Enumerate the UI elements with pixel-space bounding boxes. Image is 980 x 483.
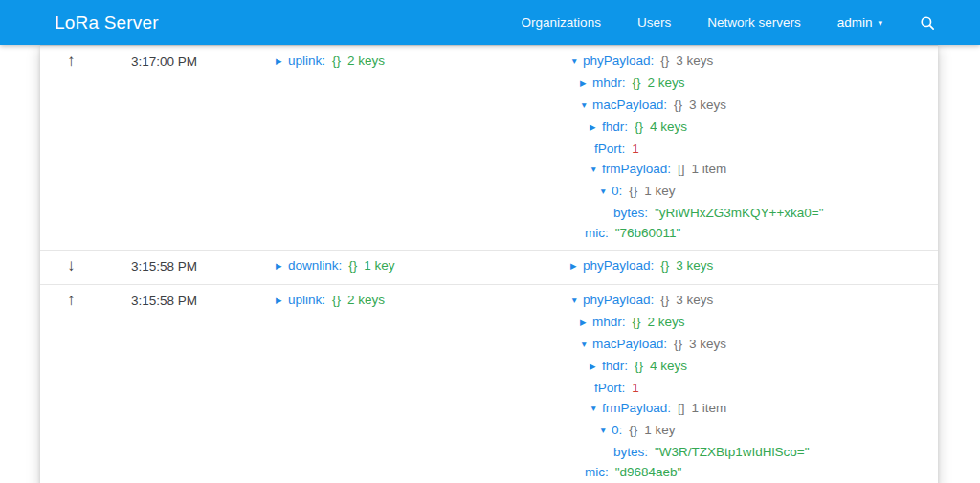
json-key[interactable]: fhdr: xyxy=(602,356,628,376)
json-item-count: 2 keys xyxy=(347,51,385,71)
expand-arrow-icon[interactable]: ▶ xyxy=(580,74,592,94)
json-key[interactable]: mhdr: xyxy=(592,312,626,332)
json-key[interactable]: bytes: xyxy=(613,442,648,462)
json-tree-line: ▼phyPayload:{}3 keys xyxy=(570,290,924,312)
json-key[interactable]: mic: xyxy=(585,223,609,243)
json-item-count: 2 keys xyxy=(648,312,685,332)
frame-payload-tree: ▼phyPayload:{}3 keys▶mhdr:{}2 keys▼macPa… xyxy=(570,51,924,243)
collapse-arrow-icon[interactable]: ▼ xyxy=(570,52,583,72)
json-brace: {} xyxy=(332,51,341,71)
json-key[interactable]: phyPayload: xyxy=(583,51,654,71)
json-key[interactable]: frmPayload: xyxy=(602,159,671,179)
json-key[interactable]: fPort: xyxy=(594,139,625,159)
user-menu-admin[interactable]: admin ▾ xyxy=(837,15,882,30)
frame-log-row: ↑ 3:15:58 PM ▶uplink:{}2 keys ▼phyPayloa… xyxy=(40,284,938,483)
json-key[interactable]: frmPayload: xyxy=(602,398,671,418)
json-tree-line: bytes:"W3R/TZXBtp1wIdHlSco=" xyxy=(570,442,924,462)
expand-arrow-icon[interactable]: ▶ xyxy=(590,118,602,138)
frame-log-row: ↑ 3:17:00 PM ▶uplink:{}2 keys ▼phyPayloa… xyxy=(40,46,938,250)
search-icon xyxy=(919,14,936,32)
json-tree-line: ▶mhdr:{}2 keys xyxy=(570,312,924,334)
live-frame-logs-card: ↑ 3:17:00 PM ▶uplink:{}2 keys ▼phyPayloa… xyxy=(40,45,938,483)
json-item-count: 3 keys xyxy=(676,290,713,310)
expand-arrow-icon[interactable]: ▶ xyxy=(276,256,288,276)
frame-log-row: ↓ 3:15:58 PM ▶downlink:{}1 key ▶phyPaylo… xyxy=(40,250,938,284)
json-tree-line: ▶mhdr:{}2 keys xyxy=(570,73,924,95)
json-key[interactable]: mhdr: xyxy=(592,73,626,93)
json-key[interactable]: macPayload: xyxy=(592,95,667,115)
expand-arrow-icon[interactable]: ▶ xyxy=(276,291,288,311)
collapse-arrow-icon[interactable]: ▼ xyxy=(599,421,612,441)
frame-summary-tree: ▶uplink:{}2 keys xyxy=(276,51,570,243)
expand-arrow-icon[interactable]: ▶ xyxy=(570,256,583,276)
app-title: LoRa Server xyxy=(55,12,159,33)
json-key[interactable]: uplink: xyxy=(288,290,325,310)
json-tree-line: ▶fhdr:{}4 keys xyxy=(570,117,924,139)
json-key[interactable]: phyPayload: xyxy=(583,255,654,275)
nav-organizations[interactable]: Organizations xyxy=(522,15,601,30)
json-tree-line: ▼frmPayload:[]1 item xyxy=(570,159,924,181)
json-item-count: 1 key xyxy=(644,420,675,440)
expand-arrow-icon[interactable]: ▶ xyxy=(276,52,288,72)
json-brace: {} xyxy=(629,181,637,201)
json-brace: [] xyxy=(678,159,685,179)
collapse-arrow-icon[interactable]: ▼ xyxy=(580,335,592,355)
frame-payload-tree: ▼phyPayload:{}3 keys▶mhdr:{}2 keys▼macPa… xyxy=(570,290,924,482)
top-nav: Organizations Users Network servers admi… xyxy=(522,14,936,32)
page-content: ↑ 3:17:00 PM ▶uplink:{}2 keys ▼phyPayloa… xyxy=(0,45,980,483)
search-button[interactable] xyxy=(919,14,936,32)
arrow-down-icon: ↓ xyxy=(67,256,76,274)
chevron-down-icon: ▾ xyxy=(878,19,882,28)
json-key[interactable]: phyPayload: xyxy=(583,290,654,310)
json-brace: {} xyxy=(635,356,643,376)
collapse-arrow-icon[interactable]: ▼ xyxy=(590,399,602,419)
json-tree-line: ▶uplink:{}2 keys xyxy=(276,51,570,73)
direction-cell: ↓ xyxy=(54,255,131,277)
expand-arrow-icon[interactable]: ▶ xyxy=(580,313,592,333)
json-key[interactable]: downlink: xyxy=(288,255,342,275)
json-key[interactable]: 0: xyxy=(612,420,622,440)
frame-summary-tree: ▶downlink:{}1 key xyxy=(276,255,570,277)
json-tree-line: ▼frmPayload:[]1 item xyxy=(570,398,924,420)
json-key[interactable]: uplink: xyxy=(288,51,325,71)
json-key[interactable]: mic: xyxy=(585,462,609,482)
json-item-count: 1 key xyxy=(644,181,675,201)
json-key[interactable]: fhdr: xyxy=(602,117,628,137)
json-item-count: 1 item xyxy=(692,159,727,179)
collapse-arrow-icon[interactable]: ▼ xyxy=(590,160,602,180)
json-tree-line: ▶downlink:{}1 key xyxy=(276,255,570,277)
json-key[interactable]: fPort: xyxy=(594,378,625,398)
json-value-number: 1 xyxy=(632,139,639,159)
arrow-up-icon: ↑ xyxy=(67,52,76,70)
frame-timestamp: 3:15:58 PM xyxy=(131,290,276,482)
nav-users[interactable]: Users xyxy=(637,15,671,30)
json-brace: {} xyxy=(633,312,641,332)
json-brace: {} xyxy=(660,290,669,310)
json-key[interactable]: bytes: xyxy=(613,203,648,223)
json-brace: {} xyxy=(635,117,643,137)
json-value-number: 1 xyxy=(632,378,639,398)
nav-network-servers[interactable]: Network servers xyxy=(707,15,801,30)
json-key[interactable]: 0: xyxy=(612,181,622,201)
user-menu-label: admin xyxy=(837,15,873,30)
json-key[interactable]: macPayload: xyxy=(592,334,667,354)
json-brace: {} xyxy=(348,255,357,275)
json-tree-line: bytes:"yRiWHxZG3mKQY++xka0=" xyxy=(570,203,924,223)
collapse-arrow-icon[interactable]: ▼ xyxy=(570,291,583,311)
json-tree-line: ▼macPayload:{}3 keys xyxy=(570,334,924,356)
collapse-arrow-icon[interactable]: ▼ xyxy=(580,96,592,116)
arrow-up-icon: ↑ xyxy=(67,291,76,309)
collapse-arrow-icon[interactable]: ▼ xyxy=(599,182,612,202)
json-value-string: "76b60011" xyxy=(615,223,681,243)
json-item-count: 4 keys xyxy=(650,117,687,137)
json-tree-line: ▶phyPayload:{}3 keys xyxy=(570,255,924,277)
json-value-string: "yRiWHxZG3mKQY++xka0=" xyxy=(655,203,824,223)
json-brace: {} xyxy=(674,334,682,354)
json-tree-line: ▶uplink:{}2 keys xyxy=(276,290,570,312)
json-tree-line: ▼0:{}1 key xyxy=(570,181,924,203)
expand-arrow-icon[interactable]: ▶ xyxy=(590,357,602,377)
direction-cell: ↑ xyxy=(54,51,131,243)
json-value-string: "W3R/TZXBtp1wIdHlSco=" xyxy=(655,442,810,462)
json-item-count: 3 keys xyxy=(676,255,713,275)
json-tree-line: ▶fhdr:{}4 keys xyxy=(570,356,924,378)
